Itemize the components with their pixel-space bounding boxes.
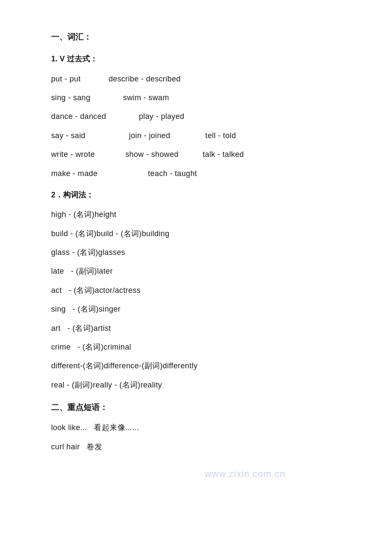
word-item-high: high - (名词)height: [51, 208, 341, 221]
verb-row-1: put - put describe - described: [51, 72, 341, 86]
phrase-en-2: curl hair: [51, 440, 84, 454]
watermark: www.zixin.com.cn: [205, 465, 285, 483]
word-item-late: late - (副词)later: [51, 264, 341, 278]
word-formation-list: high - (名词)height build - (名词)build - (名…: [51, 208, 341, 392]
verb-row-2: sing - sang swim - swam: [51, 91, 341, 104]
verb-swim: swim - swam: [123, 91, 169, 104]
verb-row-6: make - made teach - taught: [51, 167, 341, 180]
verb-row-5: write - wrote show - showed talk - talke…: [51, 147, 341, 161]
verb-sing: sing - sang: [51, 91, 90, 104]
verb-teach: teach - taught: [148, 167, 197, 180]
phrase-en-1: look like...: [51, 421, 92, 434]
verb-row-3: dance - danced play - played: [51, 110, 341, 123]
verb-tell: tell - told: [205, 129, 236, 142]
subsection2-title: 2．构词法：: [51, 188, 341, 202]
verb-make: make - made: [51, 167, 98, 180]
phrase-zh-2: 卷发: [86, 440, 102, 454]
word-item-different: different-(名词)difference-(副词)differently: [51, 359, 341, 373]
word-item-glass: glass - (名词)glasses: [51, 246, 341, 259]
word-item-crime: crime - (名词)criminal: [51, 340, 341, 354]
verb-write: write - wrote: [51, 147, 95, 161]
phrase-zh-1: 看起来像......: [94, 421, 139, 434]
verb-row-4: say - said join - joined tell - told: [51, 129, 341, 142]
phrase-list: look like... 看起来像...... curl hair 卷发: [51, 421, 341, 454]
phrase-item-2: curl hair 卷发: [51, 440, 341, 454]
verb-say: say - said: [51, 129, 86, 142]
verb-play: play - played: [139, 110, 184, 123]
subsection1-title: 1. V 过去式：: [51, 52, 341, 66]
word-item-act: act - (名词)actor/actress: [51, 283, 341, 297]
verb-show: show - showed: [125, 147, 179, 161]
verb-talk: talk - talked: [203, 147, 244, 161]
word-item-build: build - (名词)build - (名词)building www.zix…: [51, 227, 341, 240]
verb-put: put - put: [51, 72, 81, 86]
word-item-sing: sing - (名词)singer: [51, 302, 341, 316]
section2-title: 二、重点短语：: [51, 400, 341, 415]
verb-join: join - joined: [129, 129, 170, 142]
verb-dance: dance - danced: [51, 110, 106, 123]
verb-describe: describe - described: [109, 72, 181, 86]
word-item-real: real - (副词)really - (名词)reality: [51, 378, 341, 392]
section1-title: 一、词汇：: [51, 30, 341, 44]
phrase-item-1: look like... 看起来像......: [51, 421, 341, 434]
word-item-art: art - (名词)artist: [51, 321, 341, 335]
